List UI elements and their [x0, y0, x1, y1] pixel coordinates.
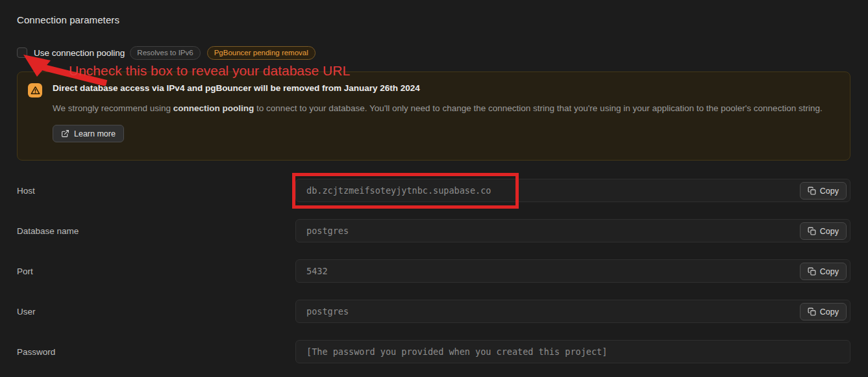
user-label: User [17, 307, 295, 317]
user-row: User postgres Copy [17, 300, 850, 323]
port-input[interactable]: 5432 Copy [295, 259, 850, 283]
learn-more-label: Learn more [74, 129, 116, 138]
external-link-icon [61, 129, 69, 138]
banner-body-bold: connection pooling [173, 103, 254, 113]
page-title: Connection parameters [17, 14, 850, 25]
connection-parameters-panel: Connection parameters Use connection poo… [0, 0, 868, 363]
host-value: db.zcjtzmeifsoteyjytnbc.supabase.co [306, 185, 491, 196]
host-row: Host db.zcjtzmeifsoteyjytnbc.supabase.co… [17, 179, 850, 202]
port-value: 5432 [306, 266, 328, 276]
database-name-label: Database name [17, 226, 295, 236]
copy-label: Copy [820, 227, 839, 236]
annotation-text: Uncheck this box to reveal your database… [69, 63, 350, 79]
port-label: Port [17, 266, 295, 276]
banner-body-suffix: to connect to your database. You'll only… [254, 103, 822, 113]
database-name-input[interactable]: postgres Copy [295, 219, 850, 242]
banner-body-prefix: We strongly recommend using [53, 103, 173, 113]
learn-more-button[interactable]: Learn more [53, 125, 124, 142]
copy-icon [808, 307, 816, 316]
database-name-value: postgres [306, 226, 349, 236]
user-input[interactable]: postgres Copy [295, 300, 850, 323]
user-copy-button[interactable]: Copy [800, 303, 847, 320]
host-copy-button[interactable]: Copy [800, 182, 847, 200]
pgbouncer-pending-removal-badge: PgBouncer pending removal [207, 46, 316, 60]
host-input[interactable]: db.zcjtzmeifsoteyjytnbc.supabase.co Copy [295, 179, 850, 202]
copy-label: Copy [820, 267, 839, 276]
warning-banner-body: We strongly recommend using connection p… [53, 100, 838, 116]
password-input[interactable]: [The password you provided when you crea… [295, 340, 850, 363]
password-label: Password [17, 347, 295, 357]
copy-label: Copy [820, 307, 839, 317]
resolves-to-ipv6-badge: Resolves to IPv6 [130, 46, 200, 60]
database-name-row: Database name postgres Copy [17, 219, 850, 242]
port-copy-button[interactable]: Copy [800, 263, 847, 280]
password-value: [The password you provided when you crea… [306, 346, 607, 357]
warning-banner-content: Direct database access via IPv4 and pgBo… [53, 83, 839, 142]
copy-icon [808, 187, 816, 195]
user-value: postgres [306, 306, 349, 317]
copy-label: Copy [820, 187, 839, 196]
warning-banner-title: Direct database access via IPv4 and pgBo… [53, 83, 839, 93]
password-row: Password [The password you provided when… [17, 340, 850, 363]
parameters-form: Host db.zcjtzmeifsoteyjytnbc.supabase.co… [17, 179, 850, 363]
warning-banner: Direct database access via IPv4 and pgBo… [17, 72, 850, 161]
database-name-copy-button[interactable]: Copy [800, 222, 847, 240]
connection-pooling-row: Use connection pooling Resolves to IPv6 … [17, 47, 850, 58]
port-row: Port 5432 Copy [17, 259, 850, 283]
copy-icon [808, 227, 816, 235]
host-label: Host [17, 186, 295, 196]
copy-icon [808, 267, 816, 276]
